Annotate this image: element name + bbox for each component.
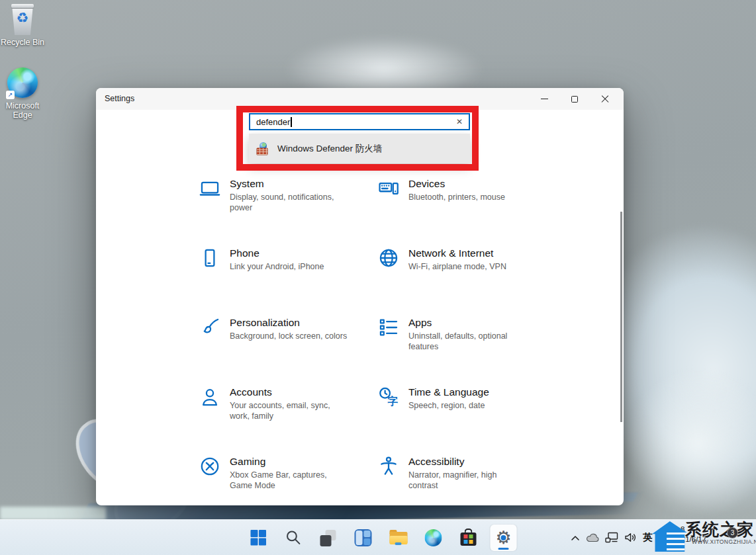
tray-ime-indicator[interactable]: 英 <box>643 531 653 544</box>
settings-window: Settings defender ✕ Windows Defender 防火墙 <box>96 88 624 505</box>
time-language-icon: 字 <box>377 386 400 408</box>
category-apps[interactable]: Apps Uninstall, defaults, optional featu… <box>377 316 547 352</box>
active-app-indicator <box>498 548 509 550</box>
category-title: Phone <box>230 247 324 259</box>
search-result-label: Windows Defender 防火墙 <box>277 143 382 155</box>
category-personalization[interactable]: Personalization Background, lock screen,… <box>199 316 368 341</box>
close-icon <box>601 95 609 103</box>
category-accounts[interactable]: Accounts Your accounts, email, sync, wor… <box>199 386 368 421</box>
desktop-screen: ♻ Recycle Bin ↗ Microsoft Edge Settings … <box>0 0 756 555</box>
taskbar-edge-button[interactable] <box>420 525 447 551</box>
search-icon <box>285 529 301 546</box>
category-subtitle: Bluetooth, printers, mouse <box>408 192 505 202</box>
recycle-bin-icon: ♻ <box>9 4 36 36</box>
apps-icon <box>377 316 400 339</box>
category-accessibility[interactable]: Accessibility Narrator, magnifier, high … <box>377 455 547 491</box>
defender-firewall-icon <box>257 142 269 155</box>
category-title: System <box>230 178 348 190</box>
category-network-internet[interactable]: Network & Internet Wi-Fi, airplane mode,… <box>377 247 547 272</box>
category-subtitle: Link your Android, iPhone <box>230 261 324 272</box>
category-title: Devices <box>408 178 505 190</box>
title-bar[interactable]: Settings <box>96 88 624 110</box>
widgets-icon <box>355 529 372 546</box>
category-subtitle: Display, sound, notifications, power <box>230 192 348 213</box>
taskbar: ⚙ <box>0 519 756 555</box>
clock-time: 8 <box>681 525 720 534</box>
recycle-bin-label: Recycle Bin <box>0 38 45 47</box>
category-subtitle: Uninstall, defaults, optional features <box>408 331 526 352</box>
store-icon <box>460 529 477 546</box>
category-subtitle: Background, lock screen, colors <box>230 331 347 341</box>
taskbar-settings-button[interactable]: ⚙ <box>491 525 517 551</box>
desktop-icon-microsoft-edge[interactable]: ↗ Microsoft Edge <box>0 67 45 120</box>
category-title: Gaming <box>230 456 348 468</box>
edge-label: Microsoft Edge <box>0 101 45 120</box>
notification-count-badge[interactable]: 3 <box>727 527 738 538</box>
category-subtitle: Narrator, magnifier, high contrast <box>408 470 526 491</box>
category-time-language[interactable]: 字 Time & Language Speech, region, date <box>377 386 547 411</box>
category-system[interactable]: System Display, sound, notifications, po… <box>199 177 368 213</box>
phone-icon <box>199 247 221 269</box>
taskbar-search-button[interactable] <box>280 525 307 551</box>
category-subtitle: Xbox Game Bar, captures, Game Mode <box>230 470 348 491</box>
category-gaming[interactable]: Gaming Xbox Game Bar, captures, Game Mod… <box>199 455 368 491</box>
category-phone[interactable]: Phone Link your Android, iPhone <box>199 247 368 272</box>
tray-chevron-up-icon[interactable] <box>571 534 580 541</box>
edge-icon <box>425 529 442 546</box>
category-title: Accessibility <box>408 456 526 468</box>
tray-clock[interactable]: 8 2021/6/17 <box>673 525 720 544</box>
edge-icon: ↗ <box>7 67 38 98</box>
window-title: Settings <box>105 94 134 103</box>
category-devices[interactable]: Devices Bluetooth, printers, mouse <box>377 177 547 202</box>
minimize-icon <box>541 99 548 99</box>
category-title: Accounts <box>230 386 348 398</box>
tray-volume-icon[interactable] <box>624 532 637 543</box>
search-input[interactable]: defender ✕ <box>249 113 470 130</box>
clear-search-icon[interactable]: ✕ <box>456 117 463 126</box>
shortcut-arrow-icon: ↗ <box>6 91 15 99</box>
category-subtitle: Wi-Fi, airplane mode, VPN <box>408 261 506 272</box>
start-icon <box>250 529 266 546</box>
gear-center-dot <box>501 535 506 540</box>
taskbar-store-button[interactable] <box>455 525 482 551</box>
window-scrollbar[interactable] <box>620 212 622 422</box>
search-result-windows-defender-firewall[interactable]: Windows Defender 防火墙 <box>249 134 470 163</box>
taskbar-file-explorer-button[interactable] <box>385 525 412 551</box>
task-view-icon <box>320 529 337 546</box>
network-icon <box>377 247 400 269</box>
minimize-button[interactable] <box>529 88 559 110</box>
category-title: Personalization <box>230 317 347 329</box>
system-icon <box>199 177 221 200</box>
search-input-value: defender <box>256 117 290 127</box>
category-subtitle: Speech, region, date <box>408 400 489 411</box>
search-results-dropdown: Windows Defender 防火墙 <box>249 134 470 163</box>
tray-network-icon[interactable] <box>605 532 618 543</box>
maximize-button[interactable] <box>559 88 590 110</box>
text-caret <box>291 117 291 127</box>
svg-text:字: 字 <box>388 396 399 407</box>
gaming-icon <box>199 455 221 478</box>
category-subtitle: Your accounts, email, sync, work, family <box>230 400 348 421</box>
personalization-icon <box>199 316 221 339</box>
maximize-icon <box>571 96 578 103</box>
clock-date: 2021/6/17 <box>673 534 720 544</box>
close-button[interactable] <box>590 88 620 110</box>
category-title: Time & Language <box>408 386 489 398</box>
accessibility-icon <box>377 455 400 478</box>
category-title: Apps <box>408 317 526 329</box>
file-explorer-icon <box>389 530 407 546</box>
taskbar-widgets-button[interactable] <box>350 525 377 551</box>
accounts-icon <box>199 386 221 408</box>
taskbar-start-button[interactable] <box>245 525 271 551</box>
category-title: Network & Internet <box>408 247 506 259</box>
taskbar-task-view-button[interactable] <box>315 525 342 551</box>
desktop-icon-recycle-bin[interactable]: ♻ Recycle Bin <box>0 4 45 47</box>
tray-onedrive-cloud-icon[interactable] <box>586 533 599 542</box>
wallpaper-light-strip <box>0 507 106 520</box>
devices-icon <box>377 177 400 200</box>
